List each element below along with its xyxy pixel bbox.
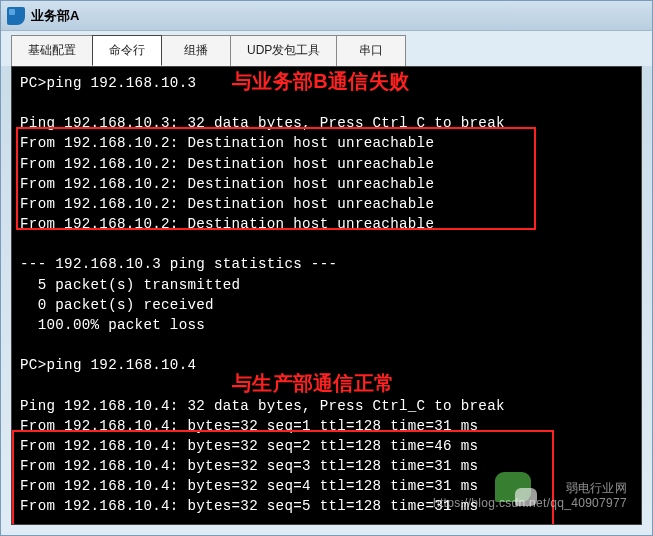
- tabbar: 基础配置 命令行 组播 UDP发包工具 串口: [1, 31, 652, 66]
- window-title: 业务部A: [31, 7, 79, 25]
- tab-multicast[interactable]: 组播: [161, 35, 231, 66]
- watermark-line2: https://blog.csdn.net/qq_40907977: [433, 496, 627, 512]
- highlight-box-fail: [16, 127, 536, 230]
- terminal-line: Ping 192.168.10.4: 32 data bytes, Press …: [20, 396, 633, 416]
- terminal-line: 5 packet(s) transmitted: [20, 275, 633, 295]
- titlebar: 业务部A: [1, 1, 652, 31]
- terminal-line: 0 packet(s) received: [20, 295, 633, 315]
- annotation-ok: 与生产部通信正常: [232, 369, 394, 397]
- terminal-line: [20, 335, 633, 355]
- terminal-line: [20, 93, 633, 113]
- tab-udp-tool[interactable]: UDP发包工具: [230, 35, 337, 66]
- terminal-line: --- 192.168.10.3 ping statistics ---: [20, 254, 633, 274]
- terminal-line: [20, 234, 633, 254]
- tab-command-line[interactable]: 命令行: [92, 35, 162, 66]
- watermark-line1: 弱电行业网: [433, 481, 627, 497]
- terminal-output[interactable]: PC>ping 192.168.10.3 Ping 192.168.10.3: …: [11, 66, 642, 525]
- app-icon: [7, 7, 25, 25]
- annotation-fail: 与业务部B通信失败: [232, 67, 409, 95]
- tab-basic-config[interactable]: 基础配置: [11, 35, 93, 66]
- terminal-line: 100.00% packet loss: [20, 315, 633, 335]
- tab-serial[interactable]: 串口: [336, 35, 406, 66]
- watermark: 弱电行业网 https://blog.csdn.net/qq_40907977: [433, 481, 627, 512]
- app-window: 业务部A 基础配置 命令行 组播 UDP发包工具 串口 PC>ping 192.…: [0, 0, 653, 536]
